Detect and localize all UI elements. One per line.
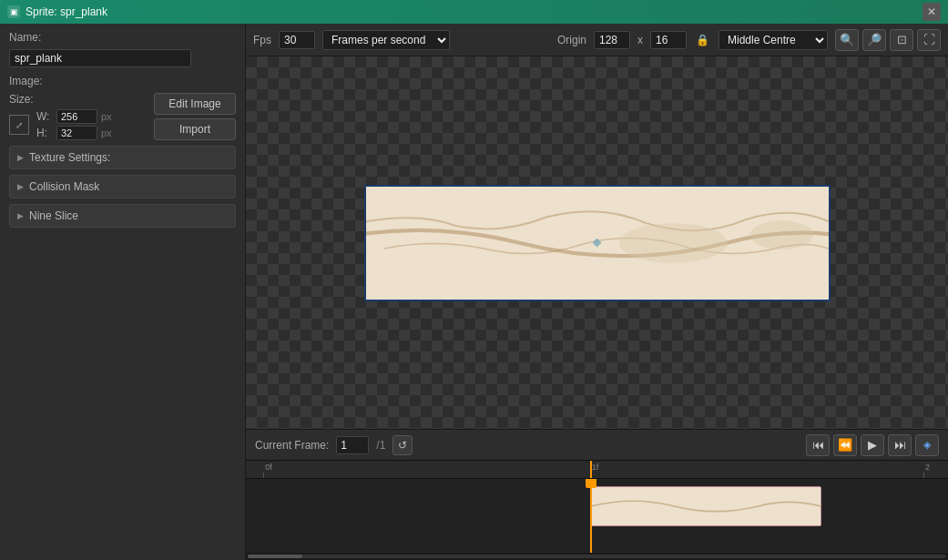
collision-mask-label: Collision Mask bbox=[29, 180, 99, 193]
fullscreen-icon: ⛶ bbox=[923, 33, 935, 46]
button-row: Edit Image Import bbox=[154, 93, 236, 140]
height-row: H: px bbox=[36, 126, 112, 140]
ruler-label-2: 2 bbox=[923, 461, 930, 472]
title-bar: ▣ Sprite: spr_plank ✕ bbox=[0, 0, 948, 24]
fps-unit-select[interactable]: Frames per second bbox=[322, 30, 450, 50]
collision-mask-section[interactable]: ▶ Collision Mask bbox=[9, 175, 236, 199]
ruler-track: 0f 1f 2 bbox=[250, 461, 944, 478]
main-layout: Name: Image: Size: ⤢ W: px bbox=[0, 24, 948, 560]
frame-bar-texture bbox=[591, 487, 821, 525]
timeline-track bbox=[246, 479, 948, 553]
name-input[interactable] bbox=[9, 49, 191, 67]
app-icon: ▣ bbox=[7, 5, 20, 18]
scrollbar-track bbox=[248, 555, 946, 558]
height-px: px bbox=[101, 127, 112, 138]
play-icon: ▶ bbox=[868, 438, 877, 452]
sprite-container bbox=[364, 185, 831, 301]
resize-icon[interactable]: ⤢ bbox=[9, 115, 29, 135]
width-input[interactable] bbox=[56, 109, 97, 124]
bottom-toolbar: Current Frame: /1 ↺ ⏮ ⏪ ▶ ⏭ ◈ bbox=[246, 429, 948, 460]
timeline-ruler[interactable]: 0f 1f 2 bbox=[246, 461, 948, 479]
origin-preset-select[interactable]: Middle Centre bbox=[719, 30, 828, 50]
timeline-scrollbar[interactable] bbox=[246, 553, 948, 560]
ruler-tick-2 bbox=[923, 473, 924, 478]
zoom-controls: 🔍 🔎 ⊡ ⛶ bbox=[835, 29, 941, 51]
zoom-out-button[interactable]: 🔍 bbox=[835, 29, 859, 51]
origin-x-label: x bbox=[637, 34, 643, 46]
next-button[interactable]: ⏭ bbox=[888, 434, 912, 456]
timeline-scrubber-ruler bbox=[590, 461, 592, 478]
name-label: Name: bbox=[9, 31, 41, 44]
scrollbar-thumb[interactable] bbox=[248, 555, 302, 558]
prev-first-icon: ⏮ bbox=[812, 438, 824, 452]
nine-slice-section[interactable]: ▶ Nine Slice bbox=[9, 204, 236, 228]
frame-bar[interactable] bbox=[590, 486, 821, 526]
size-values: W: px H: px bbox=[36, 109, 112, 140]
fps-label: Fps bbox=[253, 34, 271, 46]
fullscreen-button[interactable]: ⛶ bbox=[917, 29, 941, 51]
prev-first-button[interactable]: ⏮ bbox=[806, 434, 830, 456]
texture-settings-label: Texture Settings: bbox=[29, 151, 110, 164]
size-and-btn: Size: ⤢ W: px H: px bbox=[9, 93, 236, 140]
ruler-mark-0: 0f bbox=[263, 461, 272, 478]
fps-input[interactable] bbox=[279, 31, 315, 49]
onion-skin-icon: ◈ bbox=[923, 439, 931, 451]
sprite-frame bbox=[364, 185, 831, 301]
left-panel: Name: Image: Size: ⤢ W: px bbox=[0, 24, 246, 560]
total-frames-label: /1 bbox=[376, 439, 385, 452]
width-row: W: px bbox=[36, 109, 112, 124]
playback-controls: ⏮ ⏪ ▶ ⏭ ◈ bbox=[806, 434, 939, 456]
import-button[interactable]: Import bbox=[154, 118, 236, 140]
title-bar-title: Sprite: spr_plank bbox=[25, 5, 107, 18]
texture-chevron-icon: ▶ bbox=[17, 153, 24, 162]
width-px: px bbox=[101, 111, 112, 122]
scrubber-head bbox=[586, 479, 596, 488]
zoom-out-icon: 🔍 bbox=[840, 33, 854, 46]
nine-slice-chevron-icon: ▶ bbox=[17, 211, 24, 220]
zoom-fit-button[interactable]: ⊡ bbox=[890, 29, 913, 51]
texture-settings-section[interactable]: ▶ Texture Settings: bbox=[9, 146, 236, 169]
timeline-bar-area bbox=[246, 479, 948, 553]
timeline-scroll[interactable] bbox=[246, 479, 948, 553]
origin-label: Origin bbox=[557, 34, 586, 46]
size-row: ⤢ W: px H: px bbox=[9, 109, 112, 140]
origin-x-input[interactable] bbox=[594, 31, 630, 49]
height-label: H: bbox=[36, 127, 53, 139]
collision-chevron-icon: ▶ bbox=[17, 182, 24, 191]
image-label: Image: bbox=[9, 75, 236, 87]
next-icon: ⏭ bbox=[894, 438, 906, 452]
ruler-mark-2: 2 bbox=[923, 461, 930, 478]
prev-icon: ⏪ bbox=[838, 438, 852, 452]
width-label: W: bbox=[36, 110, 53, 123]
zoom-fit-icon: ⊡ bbox=[897, 33, 907, 46]
prev-button[interactable]: ⏪ bbox=[833, 434, 857, 456]
ruler-tick-0 bbox=[263, 473, 264, 478]
timeline-scrubber-line bbox=[590, 479, 592, 553]
lock-icon: 🔒 bbox=[696, 34, 709, 46]
size-label: Size: bbox=[9, 93, 112, 106]
nine-slice-label: Nine Slice bbox=[29, 209, 78, 222]
ruler-label-0: 0f bbox=[263, 461, 272, 472]
height-input[interactable] bbox=[56, 126, 97, 140]
current-frame-label: Current Frame: bbox=[255, 439, 329, 452]
zoom-reset-button[interactable]: 🔎 bbox=[862, 29, 886, 51]
top-toolbar: Fps Frames per second Origin x 🔒 Middle … bbox=[246, 24, 948, 56]
current-frame-input[interactable] bbox=[336, 436, 369, 454]
play-button[interactable]: ▶ bbox=[861, 434, 884, 456]
edit-image-button[interactable]: Edit Image bbox=[154, 93, 236, 115]
origin-y-input[interactable] bbox=[650, 31, 687, 49]
timeline: 0f 1f 2 bbox=[246, 460, 948, 560]
name-row: Name: bbox=[9, 31, 236, 44]
origin-marker bbox=[593, 239, 602, 248]
close-button[interactable]: ✕ bbox=[923, 3, 941, 21]
title-bar-left: ▣ Sprite: spr_plank bbox=[7, 5, 107, 18]
loop-button[interactable]: ↺ bbox=[392, 435, 413, 455]
zoom-reset-icon: 🔎 bbox=[867, 33, 882, 46]
onion-skin-button[interactable]: ◈ bbox=[915, 434, 939, 456]
right-panel: Fps Frames per second Origin x 🔒 Middle … bbox=[246, 24, 948, 560]
canvas-area[interactable] bbox=[246, 56, 948, 429]
name-input-row bbox=[9, 49, 236, 67]
